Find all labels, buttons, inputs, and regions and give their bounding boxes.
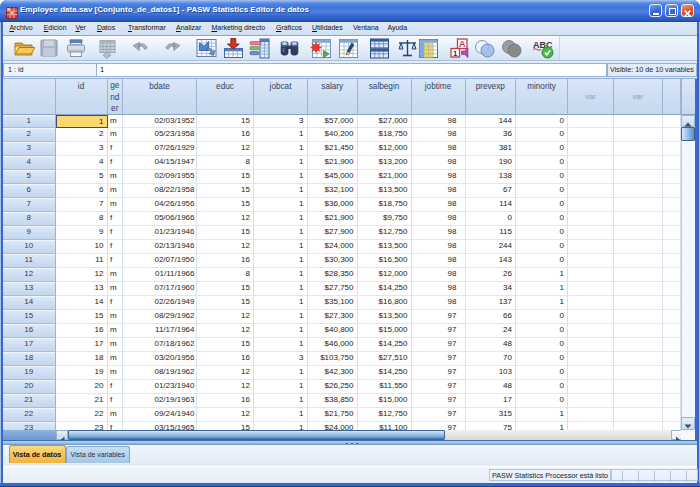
svg-text:1: 1 [453, 49, 458, 58]
svg-text:A: A [459, 39, 466, 49]
